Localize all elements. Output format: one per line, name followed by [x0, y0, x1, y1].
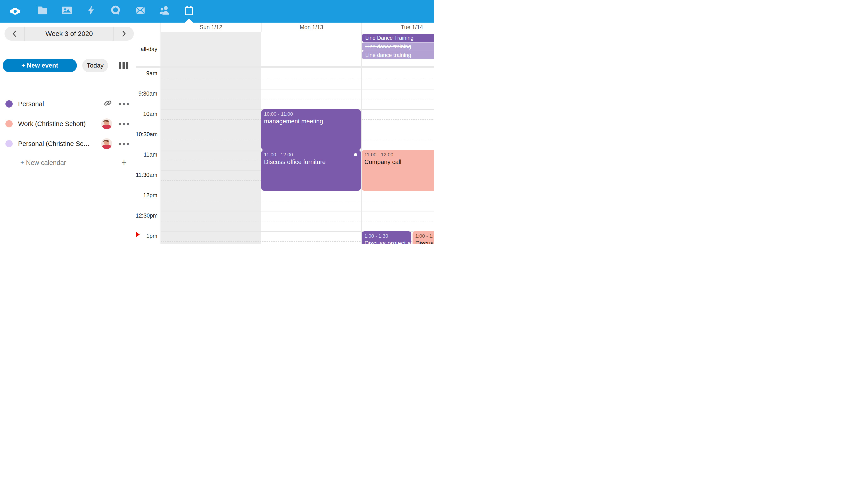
- new-calendar-button[interactable]: + New calendar +: [0, 154, 135, 172]
- gridline-quarter-hour: [160, 78, 434, 79]
- nextcloud-calendar-app: Week 3 of 2020 + New event Today Persona…: [0, 0, 434, 244]
- view-mode-toggle[interactable]: [119, 62, 128, 69]
- gridline: [160, 191, 434, 191]
- app-talk-button[interactable]: [103, 0, 128, 23]
- people-icon: [159, 5, 170, 18]
- time-label: 10am: [135, 111, 157, 117]
- day-header-mon: Mon 1/13: [261, 23, 362, 32]
- app-mail-button[interactable]: [128, 0, 152, 23]
- time-grid: 9am9:30am10am10:30am11am11:30am12pm12:30…: [135, 68, 434, 244]
- calendar-name: Personal (Christine Schott): [18, 140, 90, 148]
- app-contacts-button[interactable]: [152, 0, 177, 23]
- event-discuss-office-furniture-mon[interactable]: 11:00 - 12:00 Discuss office furniture: [261, 150, 361, 191]
- calendar-icon: [183, 5, 195, 18]
- calendar-item-personal-christine[interactable]: Personal (Christine Schott) ●●●: [0, 134, 135, 154]
- shared-by-avatar: [101, 119, 112, 129]
- calendar-list: Personal ●●● Work (Christine Schott) ●●●…: [0, 94, 135, 172]
- event-management-meeting[interactable]: 10:00 - 11:00 management meeting: [261, 109, 361, 150]
- next-week-button[interactable]: [114, 27, 134, 41]
- gridline-quarter-hour: [160, 201, 434, 201]
- calendar-color-dot: [5, 140, 13, 147]
- calendar-name: Personal: [18, 100, 44, 108]
- app-activity-button[interactable]: [79, 0, 103, 23]
- sidebar: Week 3 of 2020 + New event Today Persona…: [0, 23, 135, 244]
- weekend-shading-sun: [160, 68, 261, 244]
- calendar-item-personal[interactable]: Personal ●●●: [0, 94, 135, 114]
- all-day-label: all-day: [135, 32, 157, 66]
- day-header-row: Sun 1/12 Mon 1/13 Tue 1/14 Wed 1/15 Thu …: [160, 23, 434, 32]
- day-header-sun: Sun 1/12: [160, 23, 261, 32]
- time-label: 10:30am: [135, 131, 157, 138]
- scroll-divider: [135, 66, 434, 68]
- today-button[interactable]: Today: [82, 59, 108, 72]
- event-discuss-project-announcement-1[interactable]: 1:00 - 1:30 Discuss project announcement: [362, 231, 411, 244]
- new-calendar-label: + New calendar: [20, 159, 66, 166]
- now-indicator-arrow: [136, 232, 140, 237]
- calendar-week-view: Sun 1/12 Mon 1/13 Tue 1/14 Wed 1/15 Thu …: [135, 23, 434, 244]
- event-discuss-project-announcement-2[interactable]: 1:00 - 1:30 Discuss project announcement: [412, 231, 434, 244]
- app-calendar-button[interactable]: [177, 0, 201, 23]
- calendar-color-dot: [5, 120, 13, 127]
- previous-week-button[interactable]: [4, 27, 24, 41]
- reminder-bell-icon: [352, 152, 359, 160]
- active-app-indicator: [185, 19, 193, 23]
- allday-event-declined[interactable]: Line dance training: [362, 42, 434, 51]
- shared-by-avatar: [101, 138, 112, 149]
- time-label: 12pm: [135, 192, 157, 199]
- calendar-menu-button[interactable]: ●●●: [119, 121, 130, 127]
- event-company-call[interactable]: 11:00 - 12:00 Company call: [362, 150, 434, 191]
- time-label: 9:30am: [135, 90, 157, 97]
- gridline: [160, 89, 434, 90]
- time-label: 9am: [135, 70, 157, 76]
- calendar-menu-button[interactable]: ●●●: [119, 101, 130, 107]
- allday-event-declined[interactable]: Line dance training: [362, 51, 434, 59]
- time-label: 11am: [135, 151, 157, 158]
- envelope-icon: [134, 5, 146, 18]
- calendar-item-work-christine[interactable]: Work (Christine Schott) ●●●: [0, 114, 135, 134]
- gridline: [160, 69, 434, 69]
- time-label: 11:30am: [135, 172, 157, 178]
- app-files-button[interactable]: [30, 0, 55, 23]
- share-link-icon[interactable]: [104, 99, 112, 109]
- app-photos-button[interactable]: [55, 0, 79, 23]
- allday-event[interactable]: Line Dance Training: [362, 34, 434, 42]
- sidebar-actions: + New event Today: [3, 59, 133, 72]
- week-label: Week 3 of 2020: [24, 27, 114, 41]
- time-label: 12:30pm: [135, 213, 157, 219]
- gridline-quarter-hour: [160, 99, 434, 99]
- calendar-name: Work (Christine Schott): [18, 120, 86, 128]
- week-navigation: Week 3 of 2020: [4, 27, 134, 41]
- new-event-button[interactable]: + New event: [3, 59, 77, 72]
- top-bar: [0, 0, 434, 23]
- day-header-tue: Tue 1/14: [362, 23, 434, 32]
- photos-icon: [61, 5, 72, 18]
- gridline: [160, 211, 434, 212]
- logo-circle-center: [12, 8, 19, 15]
- all-day-row: all-day Line Dance Training Line dance t…: [135, 32, 434, 66]
- calendar-color-dot: [5, 100, 13, 107]
- nextcloud-logo[interactable]: [10, 8, 20, 15]
- lightning-icon: [86, 5, 97, 18]
- plus-icon: +: [121, 158, 127, 168]
- speech-bubble-icon: [110, 5, 121, 18]
- folder-icon: [37, 5, 48, 18]
- gridline-quarter-hour: [160, 221, 434, 221]
- calendar-menu-button[interactable]: ●●●: [119, 141, 130, 147]
- weekend-shading-sun: [160, 32, 261, 66]
